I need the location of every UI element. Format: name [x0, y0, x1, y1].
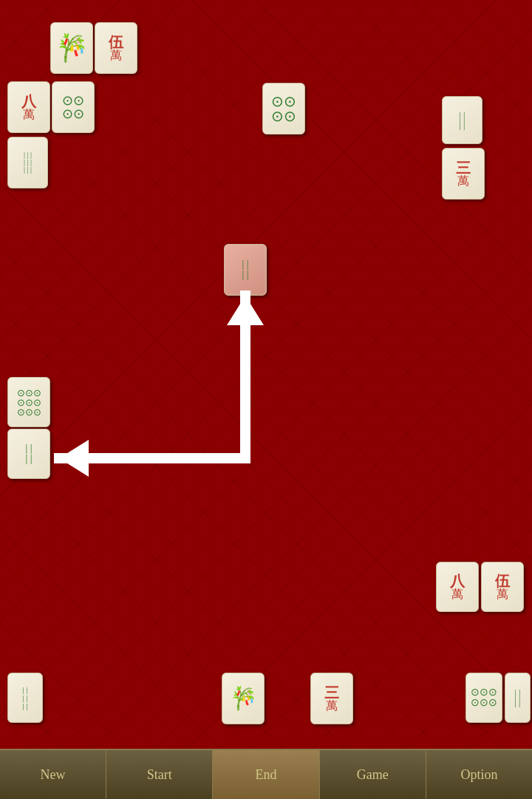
svg-marker-5: [59, 440, 89, 477]
end-button[interactable]: End: [213, 750, 319, 799]
tile-t16[interactable]: 三 萬: [310, 673, 353, 724]
game-button[interactable]: Game: [320, 750, 426, 799]
tile-t10[interactable]: ⊙⊙⊙ ⊙⊙⊙ ⊙⊙⊙: [7, 377, 50, 427]
tile-t7[interactable]: | | | |: [442, 96, 482, 144]
tile-t11[interactable]: | | | |: [7, 429, 50, 479]
tile-t8[interactable]: 三 萬: [442, 148, 485, 200]
game-board: 🎋 伍 萬 八 萬 ⊙⊙ ⊙⊙ | | | | | | | | | ⊙⊙ ⊙⊙ …: [0, 0, 532, 749]
toolbar: New Start End Game Option: [0, 749, 532, 799]
tile-t13[interactable]: 伍 萬: [481, 562, 524, 612]
svg-marker-3: [227, 296, 264, 325]
tile-t12[interactable]: 八 萬: [436, 562, 479, 612]
tile-t4[interactable]: ⊙⊙ ⊙⊙: [52, 81, 95, 133]
tile-t14[interactable]: | | | | | |: [7, 673, 43, 723]
tile-t3[interactable]: 八 萬: [7, 81, 50, 133]
tile-t17[interactable]: ⊙⊙⊙ ⊙⊙⊙: [466, 673, 502, 723]
tile-t1[interactable]: 🎋: [50, 22, 93, 74]
start-button[interactable]: Start: [106, 750, 213, 799]
tile-t6[interactable]: ⊙⊙ ⊙⊙: [262, 83, 305, 135]
tile-t18[interactable]: | | | |: [505, 673, 531, 723]
new-button[interactable]: New: [0, 750, 106, 799]
tile-t5[interactable]: | | | | | | | | |: [7, 137, 48, 188]
option-button[interactable]: Option: [426, 750, 532, 799]
tile-t9[interactable]: | | | |: [224, 244, 267, 296]
tile-t2[interactable]: 伍 萬: [95, 22, 137, 74]
tile-t15[interactable]: 🎋: [222, 673, 265, 724]
